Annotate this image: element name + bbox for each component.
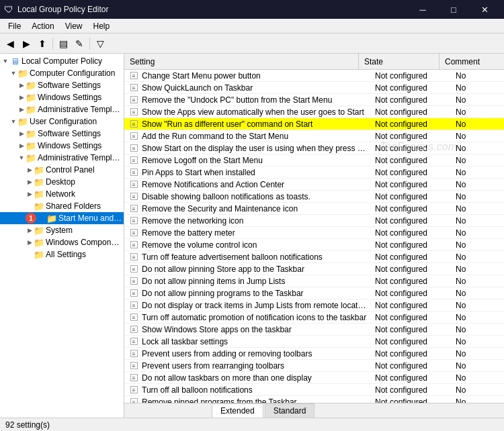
sidebar-item-user-config[interactable]: ▼ 📁 User Configuration [0,115,124,128]
sidebar-label-as: All Settings [46,250,86,259]
row-setting-icon: ≡ [128,155,139,166]
tabs-row: ExtendedStandard [124,403,504,418]
row-state-value: Not configured [370,83,450,93]
tab-standard[interactable]: Standard [265,403,315,418]
table-row[interactable]: ≡Do not allow pinning items in Jump List… [124,275,504,287]
col-header-setting[interactable]: Setting [124,54,359,69]
row-comment-value: No [450,313,504,322]
sidebar-item-windows-settings-2[interactable]: ▶ 📁 Windows Settings [0,140,124,152]
sidebar-item-windows-settings-1[interactable]: ▶ 📁 Windows Settings [0,91,124,103]
close-button[interactable]: ✕ [469,0,500,19]
sidebar-label-network: Network [46,189,75,199]
table-row[interactable]: ≡Add the Run command to the Start MenuNo… [124,130,504,142]
sidebar-item-desktop[interactable]: ▶ 📁 Desktop [0,176,124,188]
row-setting-icon: ≡ [128,264,139,275]
toolbar-up[interactable]: ⬆ [35,36,50,51]
table-row[interactable]: ≡Prevent users from adding or removing t… [124,348,504,360]
menu-file[interactable]: File [3,20,26,32]
col-header-state[interactable]: State [359,54,439,69]
row-setting-label: Show Start on the display the user is us… [142,144,370,153]
table-row[interactable]: ≡Turn off all balloon notificationsNot c… [124,384,504,396]
row-setting-label: Show Windows Store apps on the taskbar [142,325,370,334]
sidebar-item-all-settings[interactable]: ▶ 📁 All Settings [0,248,124,260]
toolbar-edit[interactable]: ✎ [72,36,87,51]
folder-icon-sf: 📁 [34,201,44,211]
table-row[interactable]: ≡Remove the networking iconNot configure… [124,215,504,227]
sidebar-item-system[interactable]: ▶ 📁 System [0,224,124,236]
row-state-value: Not configured [370,107,450,117]
table-row[interactable]: ≡Remove pinned programs from the Taskbar… [124,396,504,403]
sidebar-item-network[interactable]: ▶ 📁 Network [0,188,124,200]
toolbar: ◀ ▶ ⬆ ▤ ✎ ▽ [0,34,504,54]
table-row[interactable]: ≡Change Start Menu power buttonNot confi… [124,70,504,82]
row-comment-value: No [450,83,504,93]
sidebar-item-root[interactable]: ▼ 🖥 Local Computer Policy [0,55,124,67]
row-state-value: Not configured [370,144,450,153]
row-state-value: Not configured [370,119,450,129]
sidebar-item-windows-components[interactable]: ▶ 📁 Windows Components [0,236,124,248]
table-row[interactable]: ≡Remove the Security and Maintenance ico… [124,203,504,215]
table-row[interactable]: ≡Pin Apps to Start when installedNot con… [124,166,504,179]
row-comment-value: No [450,168,504,177]
row-comment-value: No [450,192,504,201]
row-comment-value: No [450,156,504,165]
maximize-button[interactable]: □ [438,0,469,19]
table-row[interactable]: ≡Show QuickLaunch on TaskbarNot configur… [124,82,504,94]
table-row[interactable]: ≡Remove the "Undock PC" button from the … [124,94,504,106]
menu-action[interactable]: Action [26,20,59,32]
row-comment-value: No [450,95,504,105]
col-header-comment[interactable]: Comment [439,54,493,69]
tab-extended[interactable]: Extended [212,403,263,418]
sidebar-item-admin-templates-2[interactable]: ▼ 📁 Administrative Templates [0,152,124,164]
table-row[interactable]: ≡Do not allow pinning programs to the Ta… [124,287,504,299]
table-row[interactable]: ≡Remove Notifications and Action CenterN… [124,179,504,191]
table-row[interactable]: ≡Show Windows Store apps on the taskbarN… [124,324,504,336]
toolbar-show-hide[interactable]: ▤ [56,36,71,51]
table-row[interactable]: ≡Lock all taskbar settingsNot configured… [124,336,504,348]
row-comment-value: No [450,397,504,403]
toolbar-forward[interactable]: ▶ [19,36,34,51]
table-row[interactable]: ≡Turn off feature advertisement balloon … [124,251,504,263]
row-setting-icon: ≡ [128,324,139,335]
table-row[interactable]: ≡Show the Apps view automatically when t… [124,106,504,118]
table-row[interactable]: ≡Remove the volume control iconNot confi… [124,239,504,251]
table-row[interactable]: ≡Turn off automatic promotion of notific… [124,312,504,324]
sidebar-item-start-menu[interactable]: 1 ▶ 📁 Start Menu and Taskbar [0,212,124,224]
folder-icon-computer-config: 📁 [17,68,28,79]
row-state-value: Not configured [370,277,450,286]
table-row[interactable]: ≡Remove Logoff on the Start MenuNot conf… [124,154,504,166]
menu-help[interactable]: Help [88,20,116,32]
table-row[interactable]: ≡Remove the battery meterNot configuredN… [124,227,504,239]
sidebar-item-admin-templates-1[interactable]: ▶ 📁 Administrative Templates [0,103,124,115]
folder-icon-ws2: 📁 [26,140,36,151]
table-row[interactable]: ≡Do not display or track items in Jump L… [124,299,504,312]
row-setting-icon: ≡ [128,228,139,238]
table-row[interactable]: ≡Show Start on the display the user is u… [124,142,504,154]
folder-icon-as: 📁 [34,249,44,260]
row-setting-icon: ≡ [128,131,139,142]
toolbar-back[interactable]: ◀ [3,36,17,51]
menu-view[interactable]: View [60,20,88,32]
expand-ws2: ▶ [17,142,26,150]
row-state-value: Not configured [370,240,450,250]
table-row[interactable]: ≡Prevent users from rearranging toolbars… [124,360,504,372]
row-comment-value: No [450,132,504,141]
sidebar-item-computer-config[interactable]: ▼ 📁 Computer Configuration [0,67,124,79]
row-setting-icon: ≡ [128,167,139,178]
toolbar-filter[interactable]: ▽ [93,36,108,51]
row-state-value: Not configured [370,301,450,310]
row-comment-value: No [450,180,504,189]
sidebar-item-software-settings-2[interactable]: ▶ 📁 Software Settings [0,128,124,140]
sidebar-item-shared-folders[interactable]: ▶ 📁 Shared Folders [0,200,124,212]
sidebar-item-software-settings-1[interactable]: ▶ 📁 Software Settings [0,79,124,91]
table-row[interactable]: ≡Do not allow taskbars on more than one … [124,372,504,384]
sidebar-item-control-panel[interactable]: ▶ 📁 Control Panel [0,164,124,176]
row-setting-label: Prevent users from adding or removing to… [142,349,370,358]
folder-icon-ss2: 📁 [26,128,36,139]
row-setting-icon: ≡ [128,385,139,395]
table-row[interactable]: ≡Disable showing balloon notifications a… [124,191,504,203]
row-setting-icon: ≡ [128,312,139,323]
table-row[interactable]: ≡Do not allow pinning Store app to the T… [124,263,504,275]
table-row[interactable]: ≡Show "Run as different user" command on… [124,118,504,130]
minimize-button[interactable]: ─ [407,0,438,19]
